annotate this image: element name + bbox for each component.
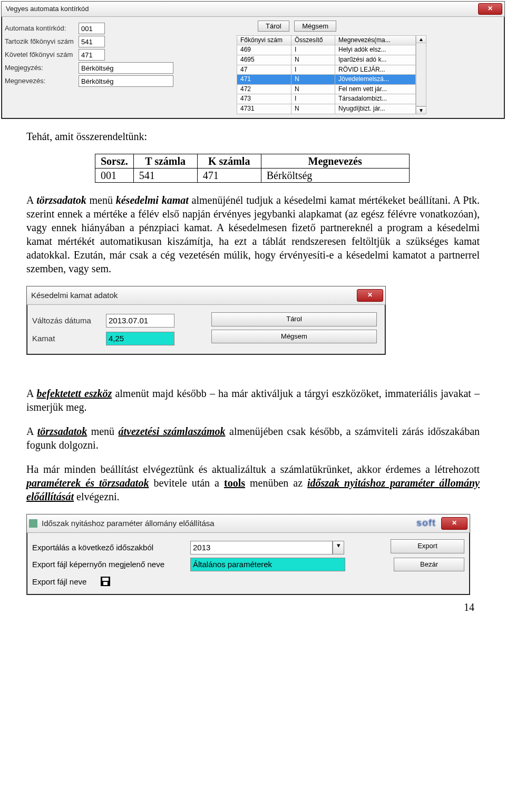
select-year[interactable] xyxy=(190,541,333,554)
table-row[interactable]: 469IHelyi adók elsz... xyxy=(237,45,416,55)
label: Tartozik főkönyvi szám xyxy=(5,37,79,46)
titlebar: Késedelmi kamat adatok ✕ xyxy=(27,286,385,305)
label: Változás dátuma xyxy=(32,315,106,326)
col-header: Összesítő xyxy=(291,35,335,45)
window-title: Késedelmi kamat adatok xyxy=(29,290,357,301)
label: Követel főkönyvi szám xyxy=(5,51,79,60)
col-header: Sorsz. xyxy=(95,154,134,168)
summary-table: Sorsz. T számla K számla Megnevezés 001 … xyxy=(95,154,410,183)
table-row[interactable]: 472NFel nem vett jár... xyxy=(237,84,416,94)
text: menüben az xyxy=(245,477,307,489)
input-screen-name[interactable] xyxy=(190,558,345,571)
col-header: Főkönyvi szám xyxy=(237,35,291,45)
input-megnevezes[interactable] xyxy=(79,75,173,87)
close-icon[interactable]: ✕ xyxy=(357,289,383,302)
table-row[interactable]: 471NJövedelemelszá... xyxy=(237,75,416,85)
store-button[interactable]: Tárol xyxy=(258,21,289,32)
close-icon[interactable]: ✕ xyxy=(441,517,468,530)
label: Kamat xyxy=(32,333,106,344)
cell: N xyxy=(291,84,335,94)
table-row[interactable]: 473ITársadalombizt... xyxy=(237,94,416,104)
cell: 471 xyxy=(197,168,261,182)
input-date[interactable] xyxy=(106,314,174,328)
cell: N xyxy=(291,104,335,114)
cell: Bérköltség xyxy=(261,168,409,182)
cell: Helyi adók elsz... xyxy=(335,45,416,55)
cell: Fel nem vett jár... xyxy=(335,84,416,94)
table-row[interactable]: 47IRÖVID LEJÁR... xyxy=(237,65,416,75)
text: A xyxy=(26,194,36,206)
label: Megjegyzés: xyxy=(5,64,79,73)
cell: 4695 xyxy=(237,55,291,65)
form-left: Automata kontírkód: Tartozik főkönyvi sz… xyxy=(5,21,184,114)
cell: Jövedelemelszá... xyxy=(335,75,416,85)
text: almenüjénél tudjuk a késedelmi kamat mér… xyxy=(26,194,480,274)
label: Export fájl képernyőn megjelenő neve xyxy=(32,559,190,570)
export-button[interactable]: Export xyxy=(391,539,464,553)
text-bold-italic-underline: befektetett eszköz xyxy=(37,388,112,399)
text: Ha már minden beállítást elvégeztünk és … xyxy=(26,463,480,475)
input-kod[interactable] xyxy=(79,23,105,34)
label: Export fájl neve xyxy=(32,577,101,587)
text: A xyxy=(26,425,37,437)
text-bold-italic: törzsadatok xyxy=(36,194,86,206)
text: menü xyxy=(86,194,116,206)
titlebar: Időszak nyitáshoz paraméter állomány elő… xyxy=(27,514,470,533)
dialog-idoszak-nyitas: Időszak nyitáshoz paraméter állomány elő… xyxy=(26,514,470,596)
cancel-button[interactable]: Mégsem xyxy=(294,21,336,32)
cell: 469 xyxy=(237,45,291,55)
paragraph: A törzsadatok menü átvezetési számlaszám… xyxy=(26,424,480,452)
paragraph: A törzsadatok menü késedelmi kamat almen… xyxy=(26,193,480,275)
table-row[interactable]: 4695NIparűzési adó k... xyxy=(237,55,416,65)
label: Exportálás a következő időszakból xyxy=(32,542,190,553)
window-title: Vegyes automata kontírkód xyxy=(4,5,478,14)
page-number: 14 xyxy=(26,600,480,614)
col-header: Megnevezés xyxy=(261,154,409,168)
scroll-up-icon[interactable]: ▲ xyxy=(416,35,426,43)
store-button[interactable]: Tárol xyxy=(211,312,377,326)
cell: 473 xyxy=(237,94,291,104)
lookup-table[interactable]: Főkönyvi számÖsszesítőMegnevezés(ma... 4… xyxy=(237,35,416,114)
cell: 4731 xyxy=(237,104,291,114)
table-row[interactable]: 4731NNyugdíjbizt. jár... xyxy=(237,104,416,114)
label: Automata kontírkód: xyxy=(5,24,79,33)
text: bevitele után a xyxy=(149,477,224,489)
text-bold-italic-underline: átvezetési számlaszámok xyxy=(119,425,226,437)
cell: N xyxy=(291,55,335,65)
close-button[interactable]: Bezár xyxy=(394,558,464,572)
cell: 47 xyxy=(237,65,291,75)
cell: 472 xyxy=(237,84,291,94)
col-header: K számla xyxy=(197,154,261,168)
paragraph: Ha már minden beállítást elvégeztünk és … xyxy=(26,462,480,503)
text-bold-italic-underline: törzsadatok xyxy=(37,425,87,437)
brand-logo: soft xyxy=(416,517,436,529)
app-icon xyxy=(29,519,37,528)
col-header: Megnevezés(ma... xyxy=(335,35,416,45)
text-bold-italic: késedelmi kamat xyxy=(116,194,189,206)
text-bold-italic-underline: paraméterek és törzsadatok xyxy=(26,477,149,489)
cell: 001 xyxy=(95,168,134,182)
scroll-down-icon[interactable]: ▼ xyxy=(416,106,426,114)
input-megjegyzes[interactable] xyxy=(79,62,173,74)
chevron-down-icon[interactable]: ▾ xyxy=(333,541,344,554)
form-right: Tárol Mégsem Főkönyvi számÖsszesítőMegne… xyxy=(184,21,501,114)
window-title: Időszak nyitáshoz paraméter állomány elő… xyxy=(40,518,416,529)
label: Megnevezés: xyxy=(5,77,79,86)
close-icon[interactable]: ✕ xyxy=(478,3,502,15)
cell: 541 xyxy=(133,168,197,182)
paragraph: A befektetett eszköz almenüt majd később… xyxy=(26,387,480,414)
input-kovetel[interactable] xyxy=(79,49,105,61)
cell: I xyxy=(291,65,335,75)
text: elvégezni. xyxy=(74,491,120,502)
cancel-button[interactable]: Mégsem xyxy=(211,330,377,344)
scrollbar[interactable] xyxy=(416,43,426,106)
text: A xyxy=(26,388,37,399)
cell: RÖVID LEJÁR... xyxy=(335,65,416,75)
dialog-kontirkod: Vegyes automata kontírkód ✕ Automata kon… xyxy=(1,1,505,119)
cell: I xyxy=(291,94,335,104)
input-kamat[interactable] xyxy=(106,332,174,345)
save-icon[interactable] xyxy=(101,577,110,586)
text-bold-underline: tools xyxy=(224,477,245,489)
input-tartozik[interactable] xyxy=(79,36,105,47)
cell: N xyxy=(291,75,335,85)
